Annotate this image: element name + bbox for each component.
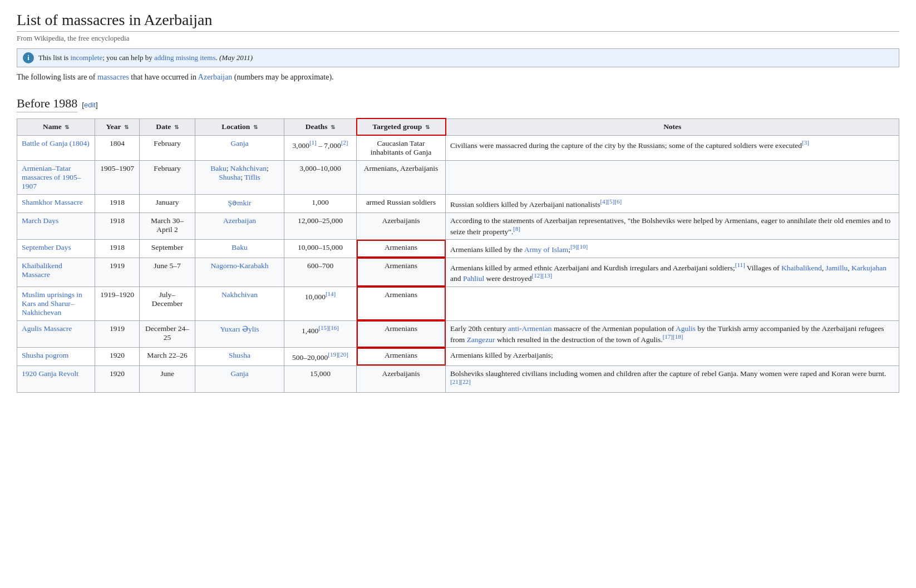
table-header-row: Name ⇅ Year ⇅ Date ⇅ Location ⇅ Deaths ⇅… [17, 118, 899, 135]
cell-location: Şəmkir [195, 195, 284, 213]
cell-name: March Days [17, 213, 95, 240]
sort-icon: ⇅ [253, 124, 258, 130]
massacre-link[interactable]: Shusha pogrom [22, 351, 68, 359]
massacre-link[interactable]: Agulis Massacre [22, 324, 72, 333]
cell-location: Nagorno-Karabakh [195, 258, 284, 286]
cell-location: Baku [195, 240, 284, 258]
intro-text: The following lists are of massacres tha… [17, 73, 899, 82]
col-header-name[interactable]: Name ⇅ [17, 118, 95, 135]
cell-year: 1918 [95, 195, 140, 213]
cell-date: June 5–7 [140, 258, 195, 286]
massacre-link[interactable]: Battle of Ganja (1804) [22, 139, 90, 147]
table-row: Shusha pogrom 1920 March 22–26 Shusha 50… [17, 348, 899, 366]
massacres-link[interactable]: massacres [97, 73, 129, 81]
cell-targeted: armed Russian soldiers [357, 195, 446, 213]
massacre-link[interactable]: September Days [22, 243, 71, 251]
cell-date: February [140, 161, 195, 195]
cell-notes: Armenians killed by the Army of Islam;[9… [446, 240, 899, 258]
cell-year: 1920 [95, 348, 140, 366]
cell-notes [446, 286, 899, 320]
cell-deaths: 600–700 [284, 258, 357, 286]
massacre-link[interactable]: March Days [22, 216, 58, 225]
massacre-link[interactable]: Shamkhor Massacre [22, 198, 83, 206]
section-title: Before 1988 [17, 96, 77, 112]
cell-deaths: 3,000–10,000 [284, 161, 357, 195]
cell-year: 1918 [95, 240, 140, 258]
col-header-targeted[interactable]: Targeted group ⇅ [357, 118, 446, 135]
incomplete-link[interactable]: incomplete [70, 53, 102, 62]
cell-date: July– December [140, 286, 195, 320]
cell-targeted: Armenians, Azerbaijanis [357, 161, 446, 195]
cell-name: Shamkhor Massacre [17, 195, 95, 213]
massacres-table: Name ⇅ Year ⇅ Date ⇅ Location ⇅ Deaths ⇅… [17, 118, 899, 393]
cell-location: Yuxarı Əylis [195, 320, 284, 348]
cell-year: 1920 [95, 365, 140, 393]
cell-year: 1919 [95, 258, 140, 286]
cell-location: Azerbaijan [195, 213, 284, 240]
cell-date: March 22–26 [140, 348, 195, 366]
sort-icon: ⇅ [331, 124, 335, 130]
cell-name: 1920 Ganja Revolt [17, 365, 95, 393]
azerbaijan-link[interactable]: Azerbaijan [198, 73, 232, 81]
cell-targeted: Armenians [357, 320, 446, 348]
cell-date: February [140, 135, 195, 161]
cell-deaths: 15,000 [284, 365, 357, 393]
massacre-link[interactable]: Muslim uprisings in Kars and Sharur–Nakh… [22, 290, 82, 317]
section-edit[interactable]: [edit] [82, 101, 97, 109]
cell-location: Nakhchivan [195, 286, 284, 320]
cell-location: Shusha [195, 348, 284, 366]
cell-notes: Russian soldiers killed by Azerbaijani n… [446, 195, 899, 213]
cell-name: Armenian–Tatar massacres of 1905–1907 [17, 161, 95, 195]
table-row: Muslim uprisings in Kars and Sharur–Nakh… [17, 286, 899, 320]
col-header-location[interactable]: Location ⇅ [195, 118, 284, 135]
cell-targeted: Armenians [357, 240, 446, 258]
massacre-link[interactable]: 1920 Ganja Revolt [22, 369, 78, 378]
massacre-link[interactable]: Armenian–Tatar massacres of 1905–1907 [22, 164, 81, 190]
cell-year: 1804 [95, 135, 140, 161]
cell-location: Ganja [195, 365, 284, 393]
sort-icon: ⇅ [124, 124, 129, 130]
cell-deaths: 1,400[15][16] [284, 320, 357, 348]
cell-notes: Early 20th century anti-Armenian massacr… [446, 320, 899, 348]
cell-notes: Armenians killed by armed ethnic Azerbai… [446, 258, 899, 286]
sort-icon: ⇅ [174, 124, 179, 130]
cell-deaths: 500–20,000[19][20] [284, 348, 357, 366]
cell-date: December 24–25 [140, 320, 195, 348]
col-header-notes: Notes [446, 118, 899, 135]
table-row: Armenian–Tatar massacres of 1905–1907 19… [17, 161, 899, 195]
cell-date: March 30– April 2 [140, 213, 195, 240]
cell-targeted: Azerbaijanis [357, 365, 446, 393]
cell-targeted: Azerbaijanis [357, 213, 446, 240]
notice-text: This list is incomplete; you can help by… [38, 53, 253, 62]
table-row: Battle of Ganja (1804) 1804 February Gan… [17, 135, 899, 161]
table-row: Khaibalikend Massacre 1919 June 5–7 Nago… [17, 258, 899, 286]
cell-year: 1919–1920 [95, 286, 140, 320]
info-icon: i [23, 52, 34, 63]
cell-name: September Days [17, 240, 95, 258]
add-items-link[interactable]: adding missing items [154, 53, 216, 62]
col-header-date[interactable]: Date ⇅ [140, 118, 195, 135]
page-title: List of massacres in Azerbaijan [17, 11, 899, 32]
cell-location: Baku; Nakhchivan; Shusha; Tiflis [195, 161, 284, 195]
cell-date: January [140, 195, 195, 213]
cell-targeted: Armenians [357, 286, 446, 320]
table-row: March Days 1918 March 30– April 2 Azerba… [17, 213, 899, 240]
cell-name: Agulis Massacre [17, 320, 95, 348]
col-header-year[interactable]: Year ⇅ [95, 118, 140, 135]
col-header-deaths[interactable]: Deaths ⇅ [284, 118, 357, 135]
cell-name: Khaibalikend Massacre [17, 258, 95, 286]
cell-name: Muslim uprisings in Kars and Sharur–Nakh… [17, 286, 95, 320]
notice-box: i This list is incomplete; you can help … [17, 48, 899, 67]
cell-date: September [140, 240, 195, 258]
page-subtitle: From Wikipedia, the free encyclopedia [17, 34, 899, 43]
cell-deaths: 10,000[14] [284, 286, 357, 320]
cell-notes: Bolsheviks slaughtered civilians includi… [446, 365, 899, 393]
cell-deaths: 3,000[1] – 7,000[2] [284, 135, 357, 161]
cell-notes: Civilians were massacred during the capt… [446, 135, 899, 161]
edit-link[interactable]: edit [84, 101, 96, 109]
table-row: September Days 1918 September Baku 10,00… [17, 240, 899, 258]
massacre-link[interactable]: Khaibalikend Massacre [22, 261, 62, 279]
cell-notes [446, 161, 899, 195]
cell-targeted: Armenians [357, 258, 446, 286]
cell-year: 1919 [95, 320, 140, 348]
